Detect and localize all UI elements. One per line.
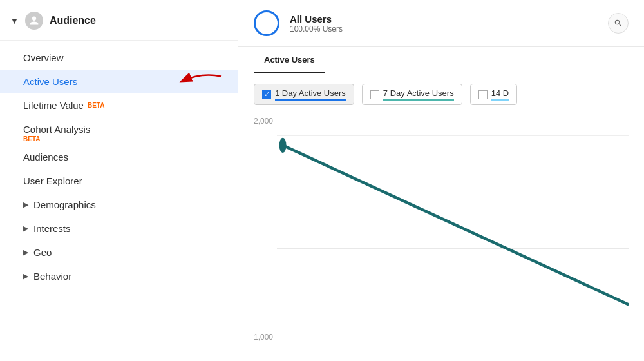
interests-chevron-icon: ▶: [23, 224, 28, 233]
sidebar-item-behavior[interactable]: ▶ Behavior: [0, 264, 238, 288]
sidebar-item-user-explorer[interactable]: User Explorer: [0, 169, 238, 193]
sidebar-nav: Overview Active Users Lifetime Value: [0, 41, 238, 361]
sidebar-item-overview-label: Overview: [23, 52, 64, 63]
chart-svg: [277, 110, 629, 361]
sidebar-item-user-explorer-label: User Explorer: [23, 175, 82, 186]
sidebar-item-cohort-analysis-label: Cohort Analysis: [23, 124, 90, 135]
behavior-chevron-icon: ▶: [23, 272, 28, 280]
sidebar-item-interests[interactable]: ▶ Interests: [0, 217, 238, 240]
control-7day-label: 7 Day Active Users: [383, 88, 454, 101]
chart-controls: ✓ 1 Day Active Users 7 Day Active Users …: [238, 73, 644, 110]
search-button[interactable]: [608, 13, 629, 34]
control-14day-label: 14 D: [491, 88, 509, 101]
active-users-arrow-annotation: [176, 71, 227, 92]
sidebar-item-geo-label: Geo: [33, 247, 52, 258]
sidebar-item-geo[interactable]: ▶ Geo: [0, 240, 238, 264]
all-users-info: All Users 100.00% Users: [290, 14, 343, 34]
checkbox-14day-icon: [478, 90, 488, 99]
demographics-chevron-icon: ▶: [23, 200, 28, 209]
tabs-row: Active Users: [238, 47, 644, 73]
sidebar-item-demographics-label: Demographics: [33, 199, 96, 210]
lifetime-value-beta-badge: BETA: [88, 102, 104, 109]
sidebar-item-overview[interactable]: Overview: [0, 46, 238, 70]
control-1day-label: 1 Day Active Users: [275, 88, 346, 101]
checkbox-1day-icon: ✓: [262, 90, 271, 99]
sidebar-item-audiences-label: Audiences: [23, 151, 68, 162]
sidebar-item-behavior-label: Behavior: [33, 271, 71, 282]
sidebar-title: Audience: [50, 15, 96, 26]
all-users-subtitle: 100.00% Users: [290, 24, 343, 34]
all-users-title: All Users: [290, 14, 343, 24]
y-label-1000: 1,000: [254, 333, 273, 342]
control-7day[interactable]: 7 Day Active Users: [362, 84, 462, 105]
sidebar: ▼ Audience Overview Active Users: [0, 0, 238, 361]
sidebar-item-audiences[interactable]: Audiences: [0, 145, 238, 169]
all-users-bar: All Users 100.00% Users: [238, 0, 644, 47]
sidebar-item-interests-label: Interests: [33, 223, 71, 234]
sidebar-item-lifetime-value[interactable]: Lifetime Value BETA: [0, 93, 238, 117]
svg-point-3: [279, 138, 287, 153]
sidebar-item-lifetime-value-label: Lifetime Value: [23, 100, 84, 111]
y-label-2000: 2,000: [254, 117, 273, 126]
audience-icon: [25, 12, 43, 30]
control-14day[interactable]: 14 D: [470, 84, 517, 105]
geo-chevron-icon: ▶: [23, 248, 28, 257]
tab-active-users[interactable]: Active Users: [254, 47, 325, 73]
all-users-circle-icon: [254, 10, 279, 36]
control-1day[interactable]: ✓ 1 Day Active Users: [254, 84, 354, 105]
checkbox-7day-icon: [370, 90, 379, 99]
cohort-analysis-beta-badge: BETA: [23, 136, 40, 142]
sidebar-item-demographics[interactable]: ▶ Demographics: [0, 193, 238, 217]
sidebar-item-cohort-analysis[interactable]: Cohort Analysis BETA: [0, 117, 238, 145]
chart-area: 2,000 1,000: [238, 110, 644, 361]
sidebar-header: ▼ Audience: [0, 0, 238, 41]
sidebar-item-active-users-label: Active Users: [23, 76, 77, 87]
sidebar-item-active-users[interactable]: Active Users: [0, 70, 238, 93]
main-content: All Users 100.00% Users Active Users ✓ 1…: [238, 0, 644, 361]
sidebar-collapse-arrow[interactable]: ▼: [10, 16, 19, 26]
